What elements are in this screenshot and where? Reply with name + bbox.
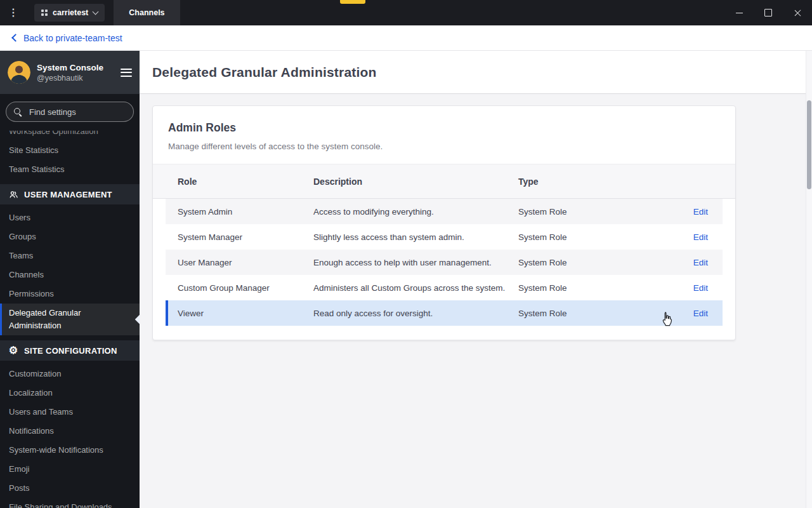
sidebar-item-label: Users [9, 213, 30, 222]
sidebar-item-system-wide-notifications[interactable]: System-wide Notifications [0, 441, 140, 460]
sidebar-item-delegated-granular-administration[interactable]: Delegated Granular Administration [0, 304, 140, 335]
console-username: @yesbhautik [37, 74, 114, 83]
hamburger-menu-icon[interactable] [121, 64, 132, 81]
table-row-user-manager[interactable]: User ManagerEnough access to help with u… [166, 250, 723, 275]
sidebar-item-file-sharing-and-downloads[interactable]: File Sharing and Downloads [0, 498, 140, 508]
card-header: Admin Roles Manage different levels of a… [153, 106, 735, 164]
section-label: SITE CONFIGURATION [24, 346, 117, 356]
edit-link[interactable]: Edit [693, 232, 708, 242]
user-management-items: UsersGroupsTeamsChannelsPermissionsDeleg… [0, 208, 140, 335]
cell-type: System Role [518, 207, 678, 217]
console-title: System Console [37, 62, 114, 73]
system-console-sidebar: System Console @yesbhautik Workspace Opt… [0, 51, 140, 508]
sidebar-item-label: File Sharing and Downloads [9, 502, 112, 508]
cell-role: Viewer [166, 309, 313, 318]
edit-link[interactable]: Edit [693, 309, 708, 318]
page-header: Delegated Granular Administration [140, 51, 812, 94]
sidebar-item-channels[interactable]: Channels [0, 265, 140, 284]
search-pill[interactable] [6, 102, 134, 122]
sidebar-header: System Console @yesbhautik [0, 51, 140, 94]
sidebar-item-notifications[interactable]: Notifications [0, 422, 140, 441]
section-header-site-configuration: ⚙ SITE CONFIGURATION [0, 340, 140, 361]
server-name: carrietest [53, 8, 88, 17]
products-grid-icon [41, 10, 48, 16]
cell-role: User Manager [166, 258, 313, 267]
users-icon [8, 190, 18, 199]
cell-action: Edit [678, 309, 723, 318]
cell-type: System Role [518, 283, 678, 293]
table-header-row: Role Description Type [153, 164, 735, 199]
sidebar-item-teams[interactable]: Teams [0, 246, 140, 265]
sidebar-item-label: Permissions [9, 289, 54, 298]
server-selector[interactable]: carrietest [34, 4, 105, 22]
maximize-button[interactable] [754, 0, 783, 25]
table-row-viewer[interactable]: ViewerRead only access for oversight.Sys… [166, 300, 723, 326]
scrollbar-track[interactable] [806, 51, 812, 508]
cell-role: System Manager [166, 232, 313, 242]
sidebar-item-posts[interactable]: Posts [0, 479, 140, 498]
sidebar-search [0, 94, 140, 124]
maximize-icon [764, 9, 772, 17]
cell-role: Custom Group Manager [166, 283, 313, 293]
edit-link[interactable]: Edit [693, 258, 708, 267]
cell-description: Access to modifying everything. [313, 207, 518, 217]
column-header-type: Type [518, 177, 735, 187]
table-row-custom-group-manager[interactable]: Custom Group ManagerAdministers all Cust… [166, 275, 723, 300]
sidebar-item-localization[interactable]: Localization [0, 384, 140, 403]
sidebar-item-workspace-optimization[interactable]: Workspace Optimization [0, 124, 140, 141]
cell-description: Administers all Custom Groups across the… [313, 283, 518, 293]
tab-channels[interactable]: Channels [114, 0, 180, 25]
sidebar-item-label: Channels [9, 270, 44, 279]
sidebar-item-customization[interactable]: Customization [0, 364, 140, 384]
edit-link[interactable]: Edit [693, 283, 708, 293]
app-menu-icon[interactable]: ⋮ [0, 0, 27, 25]
section-header-user-management: USER MANAGEMENT [0, 184, 140, 204]
sidebar-item-team-statistics[interactable]: Team Statistics [0, 160, 140, 179]
cell-type: System Role [518, 309, 678, 318]
sidebar-header-titles: System Console @yesbhautik [37, 62, 114, 83]
cell-description: Read only access for oversight. [313, 309, 518, 318]
sidebar-item-site-statistics[interactable]: Site Statistics [0, 141, 140, 160]
sidebar-scroll-area: Workspace Optimization Site StatisticsTe… [0, 124, 140, 508]
admin-roles-card: Admin Roles Manage different levels of a… [152, 105, 736, 340]
cell-role: System Admin [166, 207, 313, 217]
close-button[interactable] [783, 0, 812, 25]
content-area: Admin Roles Manage different levels of a… [140, 94, 812, 352]
scrollbar-thumb[interactable] [807, 100, 811, 189]
card-title: Admin Roles [168, 121, 720, 135]
avatar [8, 61, 30, 84]
cell-action: Edit [678, 232, 723, 242]
sidebar-item-label: Groups [9, 232, 36, 241]
back-bar: Back to private-team-test [0, 25, 812, 51]
sidebar-item-label: Users and Teams [9, 407, 73, 417]
cell-action: Edit [678, 207, 723, 217]
selected-item-arrow [135, 314, 140, 324]
cell-type: System Role [518, 258, 678, 267]
edit-link[interactable]: Edit [693, 207, 708, 217]
chevron-down-icon [93, 9, 99, 15]
cell-action: Edit [678, 258, 723, 267]
sidebar-item-groups[interactable]: Groups [0, 227, 140, 246]
section-label: USER MANAGEMENT [24, 190, 112, 199]
chevron-left-icon [11, 34, 20, 42]
cell-action: Edit [678, 283, 723, 293]
sidebar-item-users-and-teams[interactable]: Users and Teams [0, 403, 140, 422]
table-row-system-manager[interactable]: System ManagerSlightly less access than … [166, 224, 723, 250]
main-area: Delegated Granular Administration Admin … [140, 51, 812, 508]
search-icon [14, 108, 22, 116]
cell-type: System Role [518, 232, 678, 242]
sidebar-item-users[interactable]: Users [0, 208, 140, 227]
sidebar-item-label: Customization [9, 369, 61, 378]
table-row-system-admin[interactable]: System AdminAccess to modifying everythi… [166, 199, 723, 224]
window-controls [724, 0, 812, 25]
tab-channels-label: Channels [129, 8, 164, 17]
sidebar-item-permissions[interactable]: Permissions [0, 284, 140, 304]
search-input[interactable] [28, 107, 126, 117]
back-link[interactable]: Back to private-team-test [13, 33, 122, 43]
cell-description: Slightly less access than system admin. [313, 232, 518, 242]
sidebar-item-emoji[interactable]: Emoji [0, 460, 140, 479]
close-icon [794, 9, 802, 17]
minimize-button[interactable] [724, 0, 754, 25]
table-body: System AdminAccess to modifying everythi… [166, 199, 723, 326]
sidebar-item-label: Localization [9, 388, 53, 398]
